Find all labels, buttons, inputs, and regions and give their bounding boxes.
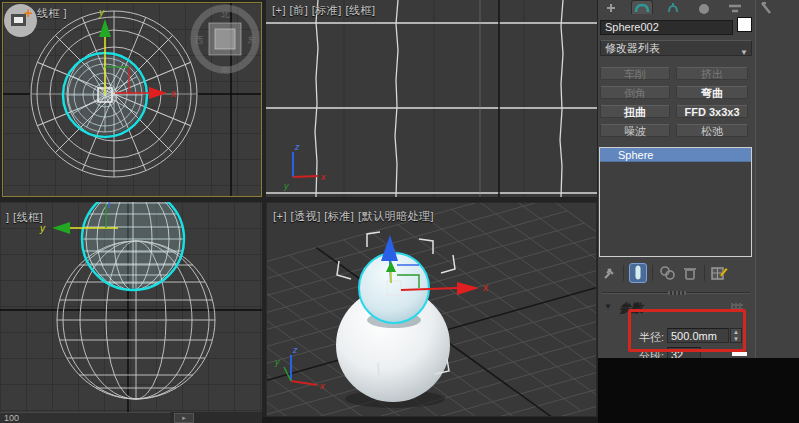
toolbar-separator (652, 265, 653, 281)
gizmo-y-arrow[interactable] (99, 19, 111, 37)
tab-display[interactable] (724, 0, 746, 14)
svg-text:x: x (319, 381, 325, 391)
svg-text:z: z (292, 345, 298, 355)
radius-spinner[interactable]: ▲▼ (730, 328, 742, 343)
radius-label: 半径: (598, 330, 664, 345)
cropped-black-region (598, 358, 799, 423)
modify-icon (634, 2, 650, 14)
svg-text:x: x (320, 172, 326, 182)
gizmo-z-arrow[interactable] (381, 235, 398, 261)
viewport-perspective-label[interactable]: [+] [透视] [标准] [默认明暗处理] (273, 209, 434, 224)
command-panel: 修改器列表 ▼ 车削 挤出 倒角 弯曲 扭曲 FFD 3x3x3 噪波 松弛 S… (598, 0, 799, 358)
modifier-button-twist[interactable]: 扭曲 (600, 105, 670, 118)
modifier-stack-list[interactable]: Sphere (599, 147, 752, 257)
stack-toolbar (600, 261, 753, 285)
modifier-list-dropdown[interactable]: 修改器列表 ▼ (600, 40, 752, 56)
viewcube-south-label[interactable]: 南 (221, 65, 230, 75)
front-grid-major-horizontal (266, 23, 597, 193)
rollout-separator[interactable] (602, 292, 750, 294)
rollout-grip[interactable] (668, 291, 686, 295)
capture-plus-glyph: + (24, 7, 33, 19)
viewport-top-canvas[interactable]: y x 北 东 南 西 (3, 3, 262, 197)
parameters-rollout-header[interactable]: ▼ 参数 (600, 300, 753, 313)
trash-icon (683, 265, 697, 281)
viewport-front-canvas[interactable]: z x y (266, 0, 597, 197)
viewport-left-canvas[interactable]: y (0, 202, 262, 412)
modifier-button-bend[interactable]: 弯曲 (676, 86, 748, 99)
radius-row: 半径: ▲▼ (598, 328, 755, 344)
dropdown-arrow-icon: ▼ (740, 45, 748, 60)
tab-create[interactable] (600, 0, 622, 14)
viewport-front-label[interactable]: [+] [前] [标准] [线框] (272, 3, 376, 18)
make-unique-button[interactable] (658, 263, 676, 283)
viewport-top[interactable]: 线框 ] (2, 2, 262, 197)
rollout-drag-grip[interactable] (731, 303, 743, 310)
time-field[interactable]: 100 (0, 412, 170, 423)
hierarchy-icon (666, 2, 680, 14)
tab-utilities[interactable] (755, 0, 777, 14)
viewport-perspective[interactable]: [+] [透视] [标准] [默认明暗处理] (266, 202, 597, 417)
viewport-left[interactable]: ] [线框] (0, 202, 262, 412)
display-icon (727, 2, 743, 14)
gizmo-x-arrow[interactable] (457, 282, 479, 295)
toolbar-separator (704, 265, 705, 281)
viewport-left-label[interactable]: ] [线框] (6, 210, 43, 225)
command-panel-tabs (600, 0, 795, 14)
tab-modify[interactable] (631, 0, 653, 14)
radius-field[interactable] (667, 328, 729, 343)
object-name-field[interactable] (600, 20, 733, 35)
panel-right-strip (755, 0, 799, 358)
spinner-down-icon[interactable]: ▼ (731, 336, 741, 343)
tab-motion[interactable] (693, 0, 715, 14)
modifier-list-label: 修改器列表 (605, 42, 660, 54)
create-icon (604, 2, 618, 14)
remove-modifier-button[interactable] (681, 263, 699, 283)
viewcube-north-label[interactable]: 北 (221, 9, 230, 19)
utilities-icon (759, 2, 773, 14)
status-bar-fragment: 100 ▸ (0, 412, 262, 423)
modifier-button-lathe[interactable]: 车削 (600, 67, 670, 80)
svg-text:z: z (294, 142, 300, 152)
front-grid-minor (344, 0, 524, 197)
pin-stack-button[interactable] (600, 263, 618, 283)
motion-icon (697, 2, 711, 14)
show-end-result-button[interactable] (629, 263, 647, 283)
object-color-swatch[interactable] (737, 17, 752, 32)
parameters-rollout-title: 参数 (619, 300, 643, 317)
gizmo-y-label: y (98, 7, 105, 18)
white-dash-artifact (732, 352, 747, 356)
viewcube-inner (215, 29, 235, 49)
modifier-button-extrude[interactable]: 挤出 (676, 67, 748, 80)
show-end-result-icon (633, 265, 643, 281)
status-expand-button[interactable]: ▸ (174, 413, 194, 423)
configure-modifier-sets-icon (711, 265, 728, 281)
viewport-front[interactable]: [+] [前] [标准] [线框] z x y (266, 0, 597, 197)
front-axis-tripod: z x y (283, 142, 326, 191)
3dsmax-window: 线框 ] (0, 0, 799, 423)
modifier-button-bevel[interactable]: 倒角 (600, 86, 670, 99)
screen-capture-icon[interactable]: + (4, 4, 37, 37)
selected-sphere-wireframe[interactable] (82, 202, 184, 290)
viewport-top-label[interactable]: 线框 ] (37, 6, 67, 21)
viewport-bottom-strip (262, 417, 598, 423)
configure-modifier-sets-button[interactable] (710, 263, 728, 283)
svg-text:y: y (283, 181, 289, 191)
gizmo-x-label: x (170, 88, 177, 99)
front-wireframe-lines (315, 0, 563, 197)
gizmo-y-arrow[interactable] (52, 222, 70, 234)
viewcube-east-label[interactable]: 东 (247, 35, 257, 45)
modifier-button-noise[interactable]: 噪波 (600, 124, 670, 137)
svg-text:y: y (274, 357, 280, 367)
viewcube-west-label[interactable]: 西 (195, 35, 204, 45)
rollout-collapse-arrow[interactable]: ▼ (604, 302, 612, 311)
viewcube[interactable]: 北 东 南 西 (194, 8, 257, 75)
gizmo-x-label: x (482, 282, 489, 293)
viewport-perspective-canvas[interactable]: x z x y (267, 203, 597, 417)
toolbar-separator (623, 265, 624, 281)
modifier-stack-item-sphere[interactable]: Sphere (600, 148, 751, 162)
modifier-button-ffd[interactable]: FFD 3x3x3 (676, 105, 748, 118)
make-unique-icon (659, 265, 675, 281)
gizmo-x-arrow[interactable] (149, 87, 167, 99)
tab-hierarchy[interactable] (662, 0, 684, 14)
modifier-button-relax[interactable]: 松弛 (676, 124, 748, 137)
